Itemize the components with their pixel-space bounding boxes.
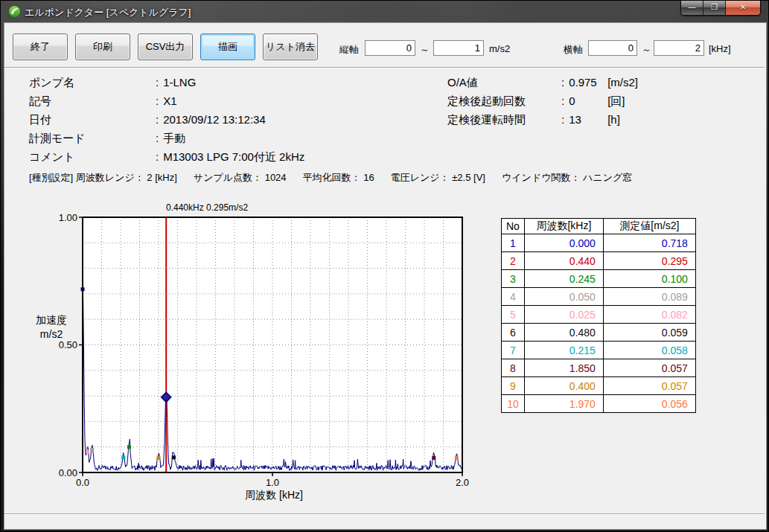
vertical-axis-label: 縦軸 <box>339 43 359 57</box>
csv-export-button[interactable]: CSV出力 <box>138 33 193 60</box>
cell-value: 0.057 <box>603 359 695 377</box>
y-tick-label: 1.00 <box>46 212 77 223</box>
setting-frequency-range: [種別設定] 周波数レンジ： 2 [kHz] <box>29 171 177 185</box>
peak-marker <box>121 456 125 460</box>
cell-frequency: 1.850 <box>524 359 603 377</box>
toolbar-separator <box>4 67 765 68</box>
colon: : <box>156 76 159 90</box>
info-row-run-hours: 定検後運転時間 : 13 [h] <box>447 113 620 127</box>
maximize-button[interactable]: ❐ <box>703 1 726 15</box>
spectrum-chart[interactable] <box>83 217 464 477</box>
vertical-axis-tilde: ～ <box>420 43 430 57</box>
info-row-comment: コメント : M13003 LPG 7:00付近 2kHz <box>29 150 304 164</box>
cell-frequency: 0.215 <box>524 342 603 359</box>
horizontal-axis-max-input[interactable] <box>654 40 704 56</box>
y-axis-title-line1: 加速度 <box>33 313 69 327</box>
clear-list-button[interactable]: リスト消去 <box>263 33 318 60</box>
cell-no: 5 <box>502 306 525 324</box>
table-row: 40.0500.089 <box>502 288 696 306</box>
comment-value: M13003 LPG 7:00付近 2kHz <box>163 150 304 164</box>
y-axis-title-line2: m/s2 <box>33 327 69 342</box>
cell-value: 0.057 <box>603 377 695 395</box>
cell-frequency: 1.970 <box>524 395 603 413</box>
startup-count-value: 0 <box>569 94 607 109</box>
symbol-label: 記号 <box>29 94 156 109</box>
header-frequency: 周波数[kHz] <box>524 219 603 234</box>
setting-window-function: ウインドウ関数： ハニング窓 <box>502 171 632 185</box>
cell-frequency: 0.000 <box>524 234 603 252</box>
cell-no: 1 <box>502 234 525 252</box>
cell-no: 6 <box>502 324 525 342</box>
x-axis-title: 周波数 [kHz] <box>228 489 320 502</box>
horizontal-axis-min-input[interactable] <box>588 40 637 56</box>
cell-no: 2 <box>502 252 525 270</box>
info-row-symbol: 記号 : X1 <box>29 94 177 109</box>
app-icon <box>8 5 21 18</box>
cell-no: 3 <box>502 270 525 288</box>
cell-frequency: 0.400 <box>524 377 603 395</box>
cell-value: 0.100 <box>603 270 695 288</box>
cell-value: 0.058 <box>603 342 695 359</box>
table-row: 50.0250.082 <box>502 306 696 324</box>
cell-value: 0.082 <box>603 306 695 324</box>
colon: : <box>561 113 564 127</box>
cell-no: 4 <box>502 288 525 306</box>
cell-no: 10 <box>502 395 525 413</box>
oa-value-unit: [m/s2] <box>607 76 638 90</box>
table-header-row: No 周波数[kHz] 測定値[m/s2] <box>502 219 696 234</box>
table-row: 20.4400.295 <box>502 252 696 270</box>
startup-count-unit: [回] <box>607 94 625 109</box>
exit-button[interactable]: 終了 <box>13 33 68 60</box>
cell-no: 7 <box>502 342 525 359</box>
measurement-settings-line: [種別設定] 周波数レンジ： 2 [kHz] サンプル点数： 1024 平均化回… <box>29 171 632 185</box>
run-hours-value: 13 <box>569 113 607 127</box>
app-window: エルポンドクター [スペクトルグラフ] — ❐ ✕ 終了 印刷 CSV出力 描画… <box>0 0 769 532</box>
minimize-button[interactable]: — <box>681 1 703 15</box>
peak-marker <box>172 455 176 459</box>
table-row: 60.4800.059 <box>502 324 696 342</box>
startup-count-label: 定検後起動回数 <box>447 94 561 109</box>
vertical-axis-min-input[interactable] <box>365 40 415 56</box>
symbol-value: X1 <box>163 94 176 109</box>
cell-frequency: 0.440 <box>524 252 603 270</box>
bottom-separator <box>4 513 765 515</box>
cell-value: 0.059 <box>603 324 695 342</box>
header-value: 測定値[m/s2] <box>603 219 695 234</box>
colon: : <box>156 113 159 127</box>
table-row: 70.2150.058 <box>502 342 696 359</box>
info-row-pump-name: ポンプ名 : 1-LNG <box>29 76 196 90</box>
close-button[interactable]: ✕ <box>726 1 760 15</box>
x-tick-label: 0.0 <box>70 477 95 488</box>
draw-button[interactable]: 描画 <box>200 33 255 60</box>
window-controls: — ❐ ✕ <box>680 1 761 16</box>
window-title: エルポンドクター [スペクトルグラフ] <box>25 6 191 19</box>
table-row: 30.2450.100 <box>502 270 696 288</box>
info-row-date: 日付 : 2013/09/12 13:12:34 <box>29 113 266 127</box>
colon: : <box>156 150 159 164</box>
print-button[interactable]: 印刷 <box>75 33 130 60</box>
vertical-axis-unit: m/s2 <box>489 43 510 54</box>
setting-sample-points: サンプル点数： 1024 <box>194 171 287 185</box>
header-no: No <box>502 219 525 234</box>
info-row-startup-count: 定検後起動回数 : 0 [回] <box>447 94 625 109</box>
cell-frequency: 0.245 <box>524 270 603 288</box>
run-hours-unit: [h] <box>607 113 620 127</box>
cell-no: 9 <box>502 377 525 395</box>
measure-mode-label: 計測モード <box>29 132 156 146</box>
setting-voltage-range: 電圧レンジ： ±2.5 [V] <box>391 171 485 185</box>
comment-label: コメント <box>29 150 156 164</box>
peak-marker <box>432 456 435 460</box>
measure-mode-value: 手動 <box>163 132 185 146</box>
cell-value: 0.056 <box>603 395 695 413</box>
peak-marker <box>127 445 131 449</box>
vertical-axis-max-input[interactable] <box>433 40 484 56</box>
cell-value: 0.295 <box>603 252 695 270</box>
cell-value: 0.718 <box>603 234 695 252</box>
cell-frequency: 0.025 <box>524 306 603 324</box>
colon: : <box>561 76 564 90</box>
peak-marker <box>90 448 94 452</box>
pump-name-value: 1-LNG <box>163 76 196 90</box>
peak-marker <box>86 449 89 453</box>
date-label: 日付 <box>29 113 156 127</box>
pump-name-label: ポンプ名 <box>29 76 156 90</box>
